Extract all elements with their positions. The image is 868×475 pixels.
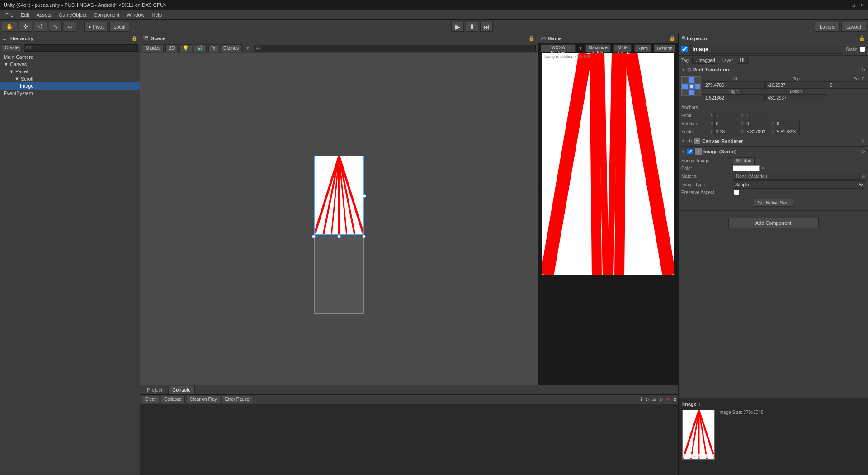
handle-tr[interactable] (362, 156, 364, 158)
rotate-tool-btn[interactable]: ↺ (34, 22, 47, 32)
rotation-y-input[interactable] (745, 120, 769, 127)
rotation-x-input[interactable] (714, 120, 739, 127)
handle-ml[interactable] (312, 235, 316, 238)
inspector-lock-icon[interactable]: 🔒 (859, 35, 865, 41)
2d-btn[interactable]: 2D (165, 44, 178, 52)
scene-viewport[interactable] (140, 53, 538, 385)
clear-on-play-btn[interactable]: Clear on Play (187, 396, 220, 403)
tab-console[interactable]: Console (168, 386, 194, 394)
posz-input[interactable] (828, 81, 868, 89)
rect-tool-btn[interactable]: ▭ (64, 22, 76, 32)
hierarchy-lock-icon[interactable]: 🔒 (132, 36, 137, 41)
scene-audio-btn[interactable]: 🔊 (194, 44, 207, 52)
move-tool-btn[interactable]: ✛ (19, 22, 32, 32)
stats-btn[interactable]: Stats (634, 44, 651, 52)
layer-dropdown-btn[interactable]: UI (737, 57, 748, 64)
object-enabled-checkbox[interactable] (681, 46, 688, 52)
layout-dropdown-btn[interactable]: Layout (841, 22, 866, 32)
layers-dropdown-btn[interactable]: Layers (815, 22, 840, 32)
static-checkbox[interactable] (860, 47, 865, 52)
color-edit-btn[interactable]: ✏ (762, 166, 765, 171)
left-input[interactable] (703, 81, 765, 89)
scene-v-shape (315, 156, 363, 234)
hierarchy-item-scroll[interactable]: ▼ Scroll (0, 75, 140, 82)
image-type-select[interactable]: Simple Sliced Tiled Filled (733, 180, 865, 189)
pivot-y-input[interactable] (745, 112, 769, 119)
pivot-x-input[interactable] (714, 112, 739, 119)
right-input[interactable] (703, 94, 765, 101)
tab-project[interactable]: Project (143, 386, 166, 394)
handle-bottom-center[interactable] (337, 235, 341, 238)
scene-fx-btn[interactable]: fx (208, 44, 218, 52)
scene-light-btn[interactable]: 💡 (179, 44, 192, 52)
hierarchy-item-image[interactable]: Image (0, 82, 140, 90)
object-name-input[interactable] (690, 45, 843, 54)
menu-window[interactable]: Window (123, 11, 148, 19)
hand-tool-btn[interactable]: ✋ (2, 22, 17, 32)
collapse-btn[interactable]: Collapse (161, 396, 185, 403)
local-btn[interactable]: Local (109, 22, 129, 32)
handle-bl[interactable] (314, 233, 316, 235)
menu-component[interactable]: Component (90, 11, 123, 19)
menu-assets[interactable]: Assets (33, 11, 55, 19)
preserve-aspect-label: Preserve Aspect (681, 190, 731, 195)
thumbnail-svg (683, 410, 715, 460)
maximize-btn[interactable]: Maximize on Play (585, 44, 611, 52)
top-input[interactable] (765, 81, 827, 89)
close-btn[interactable]: ✕ (860, 2, 864, 8)
scene-lock-icon[interactable]: 🔒 (528, 35, 535, 41)
hierarchy-item-main-camera[interactable]: Main Camera (0, 53, 140, 61)
handle-mr[interactable] (363, 194, 366, 198)
menu-edit[interactable]: Edit (17, 11, 33, 19)
handle-bottom-right[interactable] (362, 235, 366, 238)
hierarchy-item-panel[interactable]: ▼ Panel (0, 68, 140, 75)
scale-z-input[interactable] (775, 128, 800, 135)
step-btn[interactable]: ⏭ (480, 22, 493, 32)
game-gizmos-btn[interactable]: Gizmos (654, 44, 675, 52)
pause-btn[interactable]: ⏸ (466, 22, 478, 32)
menu-help[interactable]: Help (148, 11, 165, 19)
rect-settings-btn[interactable]: ⚙ (861, 67, 865, 72)
source-image-pick-btn[interactable]: ⊙ (756, 158, 760, 163)
shaded-btn[interactable]: Shaded (142, 44, 164, 52)
scene-image-object[interactable] (314, 156, 364, 314)
hierarchy-item-eventsystem[interactable]: EventSystem (0, 90, 140, 97)
gizmos-btn[interactable]: Gizmos (220, 44, 242, 52)
scale-y-input[interactable] (745, 128, 769, 135)
rotation-z-input[interactable] (775, 120, 800, 127)
tag-dropdown-btn[interactable]: Untagged (692, 57, 718, 64)
rot-y-label: Y (741, 121, 744, 126)
preserve-aspect-checkbox[interactable] (734, 190, 739, 195)
color-swatch[interactable] (733, 165, 760, 171)
anchor-icon[interactable]: ⊞ (681, 76, 701, 96)
menu-file[interactable]: File (2, 11, 17, 19)
menu-gameobject[interactable]: GameObject (55, 11, 90, 19)
set-native-size-btn[interactable]: Set Native Size (754, 199, 793, 207)
canvas-renderer-header[interactable]: ▼ 👁 C Canvas Renderer ⚙ (679, 136, 868, 146)
scale-tool-btn[interactable]: ⤡ (49, 22, 62, 32)
hierarchy-title: Hierarchy (10, 36, 33, 41)
create-btn[interactable]: Create (2, 44, 22, 51)
scene-search-input[interactable] (254, 45, 536, 52)
material-pick-btn[interactable]: ⊙ (862, 174, 865, 179)
play-btn[interactable]: ▶ (451, 22, 464, 32)
minimize-btn[interactable]: ─ (843, 2, 847, 8)
error-pause-btn[interactable]: Error Pause (222, 396, 252, 403)
game-lock-icon[interactable]: 🔒 (669, 35, 675, 41)
clear-btn[interactable]: Clear (142, 396, 159, 403)
resolution-btn[interactable]: WXGA Portrait (800x1280) (541, 44, 576, 52)
add-component-btn[interactable]: Add Component (728, 218, 819, 228)
image-script-settings-btn[interactable]: ⚙ (861, 149, 865, 154)
rect-transform-header[interactable]: ▼ ⊞ Rect Transform ⚙ (679, 65, 868, 75)
mute-btn[interactable]: Mute audio (613, 44, 632, 52)
scale-x-input[interactable] (714, 128, 739, 135)
image-script-enabled[interactable] (687, 149, 693, 154)
canvas-renderer-eye[interactable]: 👁 (687, 138, 692, 144)
canvas-renderer-settings-btn[interactable]: ⚙ (861, 139, 865, 144)
hierarchy-search-input[interactable] (24, 44, 138, 52)
pivot-btn[interactable]: ●Pivot (84, 22, 108, 32)
bottom-input[interactable] (765, 94, 827, 101)
maximize-btn[interactable]: □ (852, 2, 855, 8)
hierarchy-item-canvas[interactable]: ▼ Canvas (0, 61, 140, 68)
image-script-header[interactable]: ▼ I Image (Script) ⚙ (679, 147, 868, 157)
